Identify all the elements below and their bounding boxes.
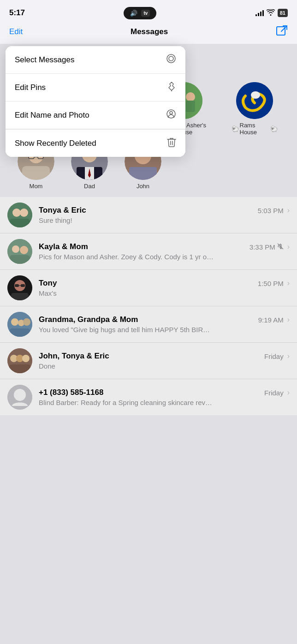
signal-bar-2 (258, 13, 259, 16)
battery-indicator: 81 (278, 9, 288, 17)
dropdown-recently-deleted-label: Show Recently Deleted (15, 139, 96, 148)
nav-bar: Edit Messages (0, 23, 297, 43)
dropdown-edit-name-photo[interactable]: Edit Name and Photo (6, 101, 185, 129)
pin-icon (167, 81, 176, 94)
status-bar: 5:17 🔊 tv 81 (0, 0, 297, 23)
compose-button[interactable] (276, 25, 288, 39)
dropdown-edit-name-photo-label: Edit Name and Photo (15, 111, 89, 120)
volume-icon: 🔊 (130, 10, 137, 17)
signal-bars (255, 10, 264, 16)
dropdown-edit-pins[interactable]: Edit Pins (6, 74, 185, 101)
svg-point-1 (167, 54, 175, 63)
status-time: 5:17 (9, 8, 25, 18)
dropdown-select-messages-label: Select Messages (15, 55, 74, 65)
signal-bar-1 (255, 14, 257, 16)
dropdown-select-messages[interactable]: Select Messages (6, 46, 185, 74)
svg-rect-0 (277, 27, 285, 35)
status-right: 81 (255, 9, 288, 17)
apple-tv-badge: tv (141, 10, 150, 17)
trash-icon (167, 137, 176, 149)
person-icon (166, 109, 176, 121)
page-title: Messages (131, 27, 168, 36)
dropdown-menu: Select Messages Edit Pins Edit Name and … (6, 46, 185, 157)
dropdown-show-recently-deleted[interactable]: Show Recently Deleted (6, 130, 185, 157)
svg-point-5 (170, 112, 172, 114)
signal-bar-3 (260, 12, 261, 16)
svg-point-2 (169, 56, 173, 61)
wifi-icon (267, 9, 275, 17)
signal-bar-4 (262, 10, 264, 16)
edit-button[interactable]: Edit (9, 27, 23, 36)
dropdown-edit-pins-label: Edit Pins (15, 83, 46, 92)
select-messages-icon (166, 54, 176, 66)
status-center: 🔊 tv (124, 7, 156, 19)
